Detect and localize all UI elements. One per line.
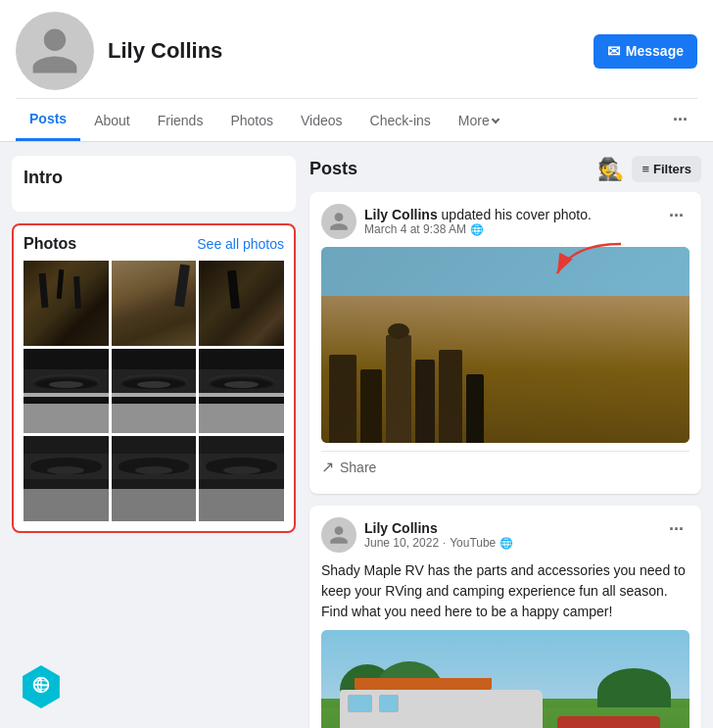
nav-item-photos[interactable]: Photos bbox=[216, 101, 287, 140]
post-text-2: Shady Maple RV has the parts and accesso… bbox=[321, 560, 689, 622]
page-wrapper: Lily Collins ✉ Message Posts About Frien… bbox=[0, 0, 713, 728]
photo-cell-5[interactable] bbox=[112, 349, 197, 434]
nav-item-more[interactable]: More bbox=[445, 103, 512, 138]
post-meta-1: March 4 at 9:38 AM 🌐 bbox=[364, 222, 592, 236]
post-source-2: · bbox=[443, 537, 446, 549]
post-image-1 bbox=[321, 247, 689, 443]
post-image-2 bbox=[321, 630, 689, 728]
nav-options-button[interactable]: ··· bbox=[663, 102, 697, 138]
post-avatar-2 bbox=[321, 517, 356, 553]
post-image-wrapper-1 bbox=[321, 247, 689, 443]
message-button-label: Message bbox=[626, 43, 684, 59]
post-action-text-1: updated his cover photo. bbox=[442, 207, 592, 222]
post-author-details-2: Lily Collins June 10, 2022 · YouTube 🌐 bbox=[364, 520, 513, 550]
post-date-2: June 10, 2022 bbox=[364, 536, 439, 550]
post-author-info-2: Lily Collins June 10, 2022 · YouTube 🌐 bbox=[321, 517, 513, 553]
post-author-details-1: Lily Collins updated his cover photo. Ma… bbox=[364, 207, 592, 236]
post-options-1[interactable]: ··· bbox=[663, 204, 689, 228]
message-icon: ✉ bbox=[607, 42, 620, 61]
nav-item-checkins[interactable]: Check-ins bbox=[356, 101, 445, 140]
photo-cell-1[interactable] bbox=[24, 261, 109, 346]
post-share-1[interactable]: ↗ Share bbox=[321, 451, 689, 482]
intro-title: Intro bbox=[24, 168, 284, 188]
post-source-label-2: YouTube bbox=[450, 536, 496, 550]
post-header-1: Lily Collins updated his cover photo. Ma… bbox=[321, 204, 689, 239]
share-label-1: Share bbox=[340, 460, 376, 475]
photo-cell-7[interactable] bbox=[24, 436, 109, 521]
profile-name: Lily Collins bbox=[108, 38, 222, 64]
posts-header: Posts 🕵 ≡ Filters bbox=[309, 156, 701, 182]
avatar bbox=[16, 12, 94, 90]
photos-header: Photos See all photos bbox=[24, 235, 284, 253]
share-icon-1: ↗ bbox=[321, 458, 334, 476]
photo-cell-3[interactable] bbox=[199, 261, 284, 346]
post-avatar-1 bbox=[321, 204, 356, 239]
post-options-2[interactable]: ··· bbox=[663, 517, 689, 542]
profile-top: Lily Collins ✉ Message bbox=[16, 12, 697, 98]
posts-header-right: 🕵 ≡ Filters bbox=[597, 156, 701, 182]
post-meta-2: June 10, 2022 · YouTube 🌐 bbox=[364, 536, 513, 550]
watermark-label bbox=[30, 674, 52, 701]
main-content: Intro Photos See all photos bbox=[0, 142, 713, 728]
red-arrow-annotation bbox=[552, 239, 631, 288]
message-button[interactable]: ✉ Message bbox=[594, 34, 697, 69]
photos-section: Photos See all photos bbox=[12, 223, 296, 533]
nav-item-posts[interactable]: Posts bbox=[16, 99, 80, 141]
photo-cell-2[interactable] bbox=[112, 261, 197, 346]
photos-title: Photos bbox=[24, 235, 76, 253]
photo-cell-4[interactable] bbox=[24, 349, 109, 434]
privacy-icon-2: 🌐 bbox=[499, 537, 513, 550]
see-all-photos-link[interactable]: See all photos bbox=[197, 236, 284, 252]
chevron-down-icon bbox=[491, 115, 499, 122]
intro-section: Intro bbox=[12, 156, 296, 212]
posts-title: Posts bbox=[309, 159, 357, 179]
profile-identity: Lily Collins bbox=[16, 12, 222, 90]
nav-item-about[interactable]: About bbox=[80, 101, 144, 140]
nav-item-videos[interactable]: Videos bbox=[287, 101, 356, 140]
post-header-2: Lily Collins June 10, 2022 · YouTube 🌐 ·… bbox=[321, 517, 689, 553]
filters-button[interactable]: ≡ Filters bbox=[632, 156, 701, 182]
post-date-1: March 4 at 9:38 AM bbox=[364, 222, 466, 236]
nav-item-friends[interactable]: Friends bbox=[144, 101, 217, 140]
filters-icon: ≡ bbox=[642, 162, 649, 176]
photo-cell-9[interactable] bbox=[199, 436, 284, 521]
profile-header: Lily Collins ✉ Message Posts About Frien… bbox=[0, 0, 713, 142]
privacy-icon-1: 🌐 bbox=[470, 223, 484, 236]
post-card-2: Lily Collins June 10, 2022 · YouTube 🌐 ·… bbox=[309, 506, 701, 728]
left-column: Intro Photos See all photos bbox=[12, 156, 296, 728]
post-author-info-1: Lily Collins updated his cover photo. Ma… bbox=[321, 204, 592, 239]
spy-emoji-icon: 🕵 bbox=[597, 157, 624, 182]
photo-cell-8[interactable] bbox=[112, 436, 197, 521]
profile-nav: Posts About Friends Photos Videos Check-… bbox=[16, 98, 697, 141]
photo-cell-6[interactable] bbox=[199, 349, 284, 434]
photos-grid bbox=[24, 261, 284, 521]
post-author-name-1[interactable]: Lily Collins bbox=[364, 207, 438, 222]
post-author-name-2[interactable]: Lily Collins bbox=[364, 520, 438, 536]
right-column: Posts 🕵 ≡ Filters bbox=[309, 156, 701, 728]
filters-label: Filters bbox=[653, 162, 691, 176]
post-image-container-1 bbox=[321, 247, 689, 443]
post-card-1: Lily Collins updated his cover photo. Ma… bbox=[309, 192, 701, 494]
